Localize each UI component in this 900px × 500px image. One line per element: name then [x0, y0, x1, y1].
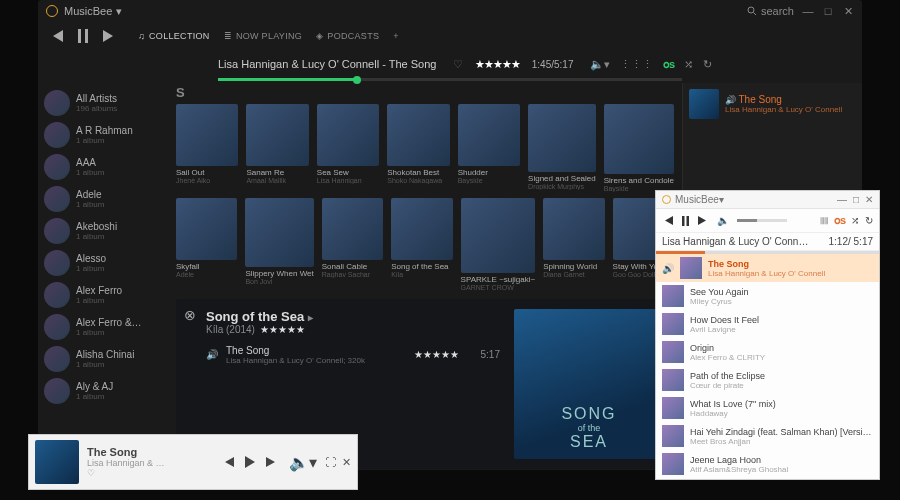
album-cover: [528, 104, 596, 172]
artist-sidebar[interactable]: All Artists196 albums A R Rahman1 album …: [38, 83, 168, 470]
album-tile[interactable]: Shokotan BestShoko Nakagawa: [387, 104, 449, 192]
compact-track-row[interactable]: Bad Boy: [656, 478, 879, 479]
compact-track-row[interactable]: What Is Love (7" mix)Haddaway: [656, 394, 879, 422]
album-tile[interactable]: SPARKLE ~sujigaki~GARNET CROW: [461, 198, 536, 291]
mini-expand-icon[interactable]: ⛶: [325, 456, 336, 468]
album-tile[interactable]: Slippery When WetBon Jovi: [245, 198, 313, 291]
compact-maximize-button[interactable]: □: [853, 194, 859, 205]
album-tile[interactable]: Signed and SealedDropkick Murphys: [528, 104, 596, 192]
compact-next-button[interactable]: [697, 216, 709, 225]
album-tile[interactable]: ShudderBayside: [458, 104, 520, 192]
compact-track-row[interactable]: OriginAlex Ferro & CLRITY: [656, 338, 879, 366]
album-tile[interactable]: SkyfallAdele: [176, 198, 237, 291]
artist-item[interactable]: Adele1 album: [44, 183, 162, 215]
mini-artist: Lisa Hannigan & …: [87, 458, 165, 468]
mini-next-button[interactable]: [265, 457, 279, 467]
album-tile[interactable]: Song of the SeaKíla: [391, 198, 452, 291]
compact-track-row[interactable]: How Does It FeelAvril Lavigne: [656, 310, 879, 338]
tab-podcasts[interactable]: ◈ PODCASTS: [316, 31, 379, 41]
tab-collection[interactable]: ♫ COLLECTION: [138, 31, 210, 41]
compact-volume-slider[interactable]: [737, 219, 787, 222]
mini-volume-icon[interactable]: 🔈▾: [289, 453, 317, 472]
artist-avatar: [44, 346, 70, 372]
compact-playlist[interactable]: 🔊 The SongLisa Hannigan & Lucy O' Connel…: [656, 254, 879, 479]
letter-header: S: [176, 85, 674, 100]
mini-love-icon[interactable]: ♡: [87, 468, 165, 478]
equalizer-icon[interactable]: ⋮⋮⋮: [620, 58, 653, 71]
compact-volume-icon[interactable]: 🔈: [717, 215, 729, 226]
now-playing-bar: Lisa Hannigan & Lucy O' Connell - The So…: [38, 50, 862, 78]
album-cover: [458, 104, 520, 166]
album-cover: [604, 104, 674, 174]
prev-track-button[interactable]: [50, 30, 64, 42]
svg-point-0: [748, 7, 754, 13]
app-icon: [46, 5, 58, 17]
mini-album-art[interactable]: [35, 440, 79, 484]
compact-track-row[interactable]: Jeene Laga HoonAtif Aslam&Shreya Ghoshal: [656, 450, 879, 478]
search-box[interactable]: search: [747, 5, 794, 17]
shuffle-icon[interactable]: ⤮: [684, 58, 693, 71]
album-cover: [176, 104, 238, 166]
album-cover: [245, 198, 313, 266]
album-tile[interactable]: Sea SewLisa Hannigan: [317, 104, 379, 192]
toolbar: ♫ COLLECTION ≣ NOW PLAYING ◈ PODCASTS +: [38, 22, 862, 50]
tab-now-playing[interactable]: ≣ NOW PLAYING: [224, 31, 302, 41]
expanded-album-cover[interactable]: SONG of the SEA: [514, 309, 664, 459]
app-menu-caret[interactable]: ▾: [116, 5, 122, 18]
artist-item[interactable]: Aly & AJ1 album: [44, 375, 162, 407]
artist-item[interactable]: Akeboshi1 album: [44, 215, 162, 247]
pause-button[interactable]: [78, 29, 88, 43]
queue-album-art[interactable]: [689, 89, 719, 119]
artist-item[interactable]: All Artists196 albums: [44, 87, 162, 119]
album-tile[interactable]: Sirens and CondoleBayside: [604, 104, 674, 192]
compact-lastfm-icon[interactable]: ᴏs: [834, 214, 845, 227]
close-expanded-icon[interactable]: ⊗: [184, 307, 196, 323]
artist-avatar: [44, 378, 70, 404]
maximize-button[interactable]: □: [822, 5, 834, 17]
mini-close-icon[interactable]: ✕: [342, 456, 351, 469]
progress-bar[interactable]: [218, 78, 682, 81]
rating-stars[interactable]: ★★★★★: [475, 58, 520, 71]
album-tile[interactable]: Sonali CableRaghav Sachar: [322, 198, 383, 291]
repeat-icon[interactable]: ↻: [703, 58, 712, 71]
compact-track-row[interactable]: 🔊 The SongLisa Hannigan & Lucy O' Connel…: [656, 254, 879, 282]
compact-track-row[interactable]: See You AgainMiley Cyrus: [656, 282, 879, 310]
album-cover: [543, 198, 604, 259]
artist-avatar: [44, 122, 70, 148]
lastfm-icon[interactable]: ᴏs: [663, 58, 674, 71]
artist-item[interactable]: A R Rahman1 album: [44, 119, 162, 151]
artist-avatar: [44, 250, 70, 276]
artist-item[interactable]: Alex Ferro1 album: [44, 279, 162, 311]
mini-title: The Song: [87, 446, 165, 458]
compact-shuffle-icon[interactable]: ⤮: [851, 215, 859, 226]
close-button[interactable]: ✕: [842, 5, 854, 17]
album-tile[interactable]: Spinning WorldDiana Garnet: [543, 198, 604, 291]
artist-item[interactable]: AAA1 album: [44, 151, 162, 183]
compact-pause-button[interactable]: [682, 216, 689, 226]
track-thumb: [680, 257, 702, 279]
compact-eq-icon[interactable]: ⦀⦀: [820, 215, 828, 227]
album-tile[interactable]: Sanam ReAmaal Mallik: [246, 104, 308, 192]
compact-track-row[interactable]: Hai Yehi Zindagi (feat. Salman Khan) [Ve…: [656, 422, 879, 450]
artist-item[interactable]: Alisha Chinai1 album: [44, 343, 162, 375]
compact-close-button[interactable]: ✕: [865, 194, 873, 205]
mini-prev-button[interactable]: [221, 457, 235, 467]
artist-item[interactable]: Alesso1 album: [44, 247, 162, 279]
album-grid-panel: S Sail OutJhené Aiko Sanam ReAmaal Malli…: [168, 83, 682, 470]
add-tab-button[interactable]: +: [393, 31, 399, 41]
compact-prev-button[interactable]: [662, 216, 674, 225]
mini-play-button[interactable]: [245, 456, 255, 468]
app-name: MusicBee: [64, 5, 112, 17]
compact-track-row[interactable]: Path of the EclipseCœur de pirate: [656, 366, 879, 394]
svg-line-1: [753, 13, 756, 16]
love-icon[interactable]: ♡: [453, 58, 463, 71]
minimize-button[interactable]: —: [802, 5, 814, 17]
next-track-button[interactable]: [102, 30, 116, 42]
artist-item[interactable]: Alex Ferro &…1 album: [44, 311, 162, 343]
search-icon: [747, 6, 757, 16]
volume-icon[interactable]: 🔈▾: [590, 58, 610, 71]
compact-repeat-icon[interactable]: ↻: [865, 215, 873, 226]
compact-minimize-button[interactable]: —: [837, 194, 847, 205]
album-tile[interactable]: Sail OutJhené Aiko: [176, 104, 238, 192]
album-cover: [246, 104, 308, 166]
